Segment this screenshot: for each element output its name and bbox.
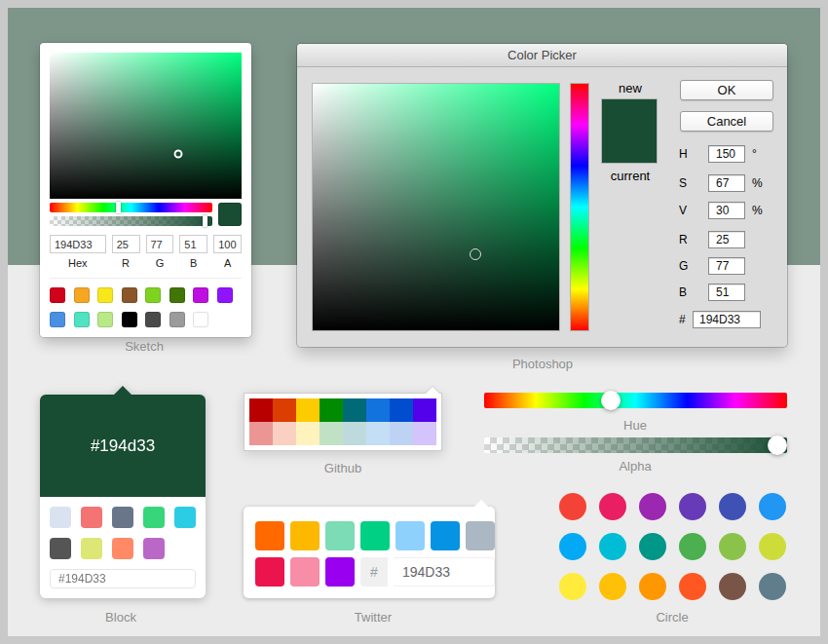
color-swatch[interactable]: [320, 422, 343, 445]
color-swatch[interactable]: [255, 521, 284, 550]
color-swatch[interactable]: [290, 521, 320, 550]
color-swatch[interactable]: [193, 287, 208, 303]
green-input[interactable]: [708, 257, 745, 275]
color-swatch[interactable]: [273, 398, 296, 422]
color-swatch[interactable]: [273, 422, 296, 445]
dialog-titlebar[interactable]: Color Picker: [297, 44, 787, 67]
hue-slider-handle[interactable]: [116, 202, 121, 213]
color-swatch[interactable]: [413, 398, 436, 422]
color-swatch[interactable]: [343, 422, 366, 445]
ok-button[interactable]: OK: [680, 80, 773, 100]
color-swatch[interactable]: [395, 521, 425, 550]
color-swatch[interactable]: [50, 538, 71, 559]
alpha-field[interactable]: [213, 235, 242, 253]
hue-slider[interactable]: [484, 393, 787, 408]
color-swatch[interactable]: [559, 573, 586, 600]
color-swatch[interactable]: [325, 557, 355, 587]
saturation-pointer[interactable]: [470, 248, 481, 260]
github-swatches: [249, 398, 436, 445]
alpha-slider[interactable]: [484, 437, 787, 453]
blue-field[interactable]: [179, 235, 207, 253]
color-swatch[interactable]: [679, 573, 706, 600]
color-swatch[interactable]: [320, 398, 343, 422]
color-swatch[interactable]: [97, 287, 113, 303]
saturation-pointer[interactable]: [173, 149, 182, 158]
color-swatch[interactable]: [145, 287, 161, 303]
color-swatch[interactable]: [143, 538, 165, 559]
color-swatch[interactable]: [169, 287, 185, 303]
color-swatch[interactable]: [112, 507, 133, 528]
sketch-hue-slider[interactable]: [50, 203, 212, 212]
color-swatch[interactable]: [81, 507, 102, 528]
color-swatch[interactable]: [74, 287, 90, 303]
color-swatch[interactable]: [599, 493, 626, 520]
color-swatch[interactable]: [290, 557, 320, 587]
value-input[interactable]: [708, 202, 745, 219]
sketch-alpha-slider[interactable]: [50, 216, 212, 226]
color-swatch[interactable]: [145, 312, 161, 327]
color-swatch[interactable]: [50, 287, 65, 303]
hue-input[interactable]: [708, 145, 745, 163]
color-swatch[interactable]: [559, 533, 586, 560]
color-swatch[interactable]: [343, 398, 366, 422]
color-swatch[interactable]: [599, 573, 626, 600]
color-swatch[interactable]: [325, 521, 355, 550]
alpha-slider-handle[interactable]: [203, 215, 207, 227]
color-swatch[interactable]: [296, 422, 320, 445]
color-swatch[interactable]: [366, 422, 390, 445]
color-swatch[interactable]: [174, 507, 196, 528]
color-swatch[interactable]: [143, 507, 165, 528]
color-swatch[interactable]: [759, 493, 786, 520]
color-swatch[interactable]: [599, 533, 626, 560]
red-field[interactable]: [112, 235, 140, 253]
blue-input[interactable]: [708, 284, 745, 301]
color-swatch[interactable]: [122, 287, 137, 303]
color-swatch[interactable]: [390, 422, 413, 445]
hue-slider-handle[interactable]: [601, 391, 621, 410]
color-swatch[interactable]: [639, 493, 666, 520]
color-swatch[interactable]: [559, 493, 586, 520]
photoshop-saturation-area[interactable]: [312, 83, 560, 331]
hex-input[interactable]: [693, 311, 761, 328]
color-swatch[interactable]: [431, 521, 460, 550]
cancel-button[interactable]: Cancel: [680, 111, 773, 132]
twitter-hex-input[interactable]: [394, 557, 495, 587]
sketch-saturation-area[interactable]: [50, 53, 242, 199]
green-field[interactable]: [146, 235, 174, 253]
alpha-slider-handle[interactable]: [768, 436, 787, 455]
color-swatch[interactable]: [719, 573, 746, 600]
color-swatch[interactable]: [639, 573, 666, 600]
color-swatch[interactable]: [50, 312, 65, 327]
color-swatch[interactable]: [81, 538, 102, 559]
color-swatch[interactable]: [360, 521, 390, 550]
color-swatch[interactable]: [97, 312, 113, 327]
color-swatch[interactable]: [366, 398, 390, 422]
color-swatch[interactable]: [249, 398, 273, 422]
red-input[interactable]: [708, 231, 745, 248]
color-swatch[interactable]: [679, 493, 706, 520]
color-swatch[interactable]: [122, 312, 137, 327]
color-swatch[interactable]: [466, 521, 495, 550]
color-swatch[interactable]: [74, 312, 90, 327]
color-swatch[interactable]: [255, 557, 284, 587]
color-swatch[interactable]: [719, 493, 746, 520]
color-swatch[interactable]: [193, 312, 208, 327]
color-swatch[interactable]: [413, 422, 436, 445]
color-swatch[interactable]: [390, 398, 413, 422]
saturation-input[interactable]: [708, 174, 745, 192]
hex-field[interactable]: [50, 235, 106, 253]
block-hex-input[interactable]: [50, 569, 196, 588]
photoshop-hue-strip[interactable]: [570, 83, 589, 331]
color-swatch[interactable]: [217, 287, 233, 303]
color-swatch[interactable]: [719, 533, 746, 560]
color-swatch[interactable]: [639, 533, 666, 560]
color-swatch[interactable]: [296, 398, 320, 422]
color-swatch[interactable]: [50, 507, 71, 528]
color-swatch[interactable]: [759, 533, 786, 560]
color-swatch[interactable]: [169, 312, 185, 327]
color-swatch[interactable]: [112, 538, 133, 559]
color-swatch[interactable]: [759, 573, 786, 600]
block-hex-text: #194d33: [91, 436, 155, 456]
color-swatch[interactable]: [679, 533, 706, 560]
color-swatch[interactable]: [249, 422, 273, 445]
